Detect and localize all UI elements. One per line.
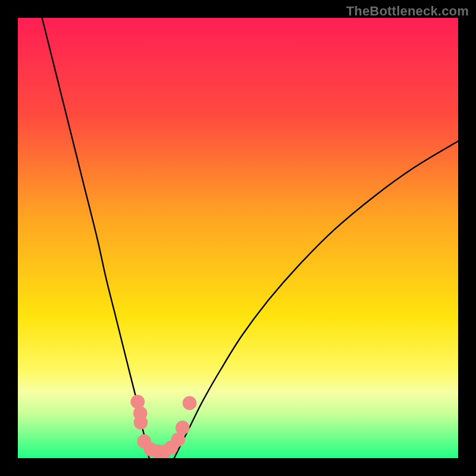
- marker-dot: [183, 396, 197, 411]
- marker-dot: [176, 421, 190, 435]
- chart-svg: [18, 18, 458, 458]
- gradient-background: [18, 18, 458, 458]
- marker-dot: [134, 415, 148, 430]
- plot-area: [18, 18, 458, 458]
- chart-frame: TheBottleneck.com: [0, 0, 476, 476]
- watermark-text: TheBottleneck.com: [346, 4, 469, 19]
